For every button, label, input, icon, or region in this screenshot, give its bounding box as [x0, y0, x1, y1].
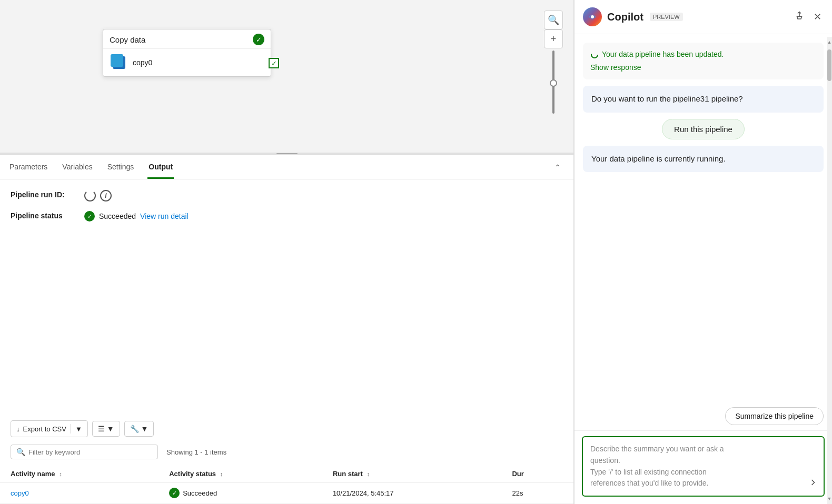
spinner-icon: [590, 51, 599, 59]
pipeline-node[interactable]: Copy data ✓ copy0: [103, 29, 271, 77]
tab-parameters[interactable]: Parameters: [8, 155, 48, 179]
copilot-logo: [583, 7, 602, 26]
scroll-up-btn[interactable]: ▲: [827, 37, 832, 47]
preview-badge: PREVIEW: [650, 13, 683, 21]
copilot-input-area: Describe the summary you want or ask a q…: [575, 430, 832, 504]
summarize-pipeline-btn[interactable]: Summarize this pipeline: [725, 407, 824, 425]
status-text: Succeeded: [99, 212, 136, 220]
table-cell-duration: 22s: [501, 482, 573, 504]
pipeline-status-row: Pipeline status ✓ Succeeded View run det…: [11, 211, 563, 221]
table-row: copy0 ✓ Succeeded 10/21/2024, 5:45:17 22…: [0, 482, 573, 504]
wrench-btn[interactable]: 🔧 ▼: [124, 421, 154, 437]
bottom-panel: Parameters Variables Settings Output ⌃ P…: [0, 155, 573, 504]
pipeline-status-label: Pipeline status: [11, 211, 74, 221]
zoom-track: [552, 51, 554, 114]
collapse-btn[interactable]: ⌃: [550, 160, 565, 175]
copy-data-icon: [111, 54, 127, 71]
pipeline-updated-text: Your data pipeline has been updated.: [602, 49, 724, 60]
summarize-area: Summarize this pipeline: [575, 403, 832, 430]
node-body: copy0: [103, 49, 271, 76]
copilot-header-actions: ✕: [793, 10, 824, 24]
table-cell-activity-status: ✓ Succeeded: [159, 482, 322, 504]
table-cell-activity-name: copy0: [0, 482, 159, 504]
view-run-detail-link[interactable]: View run detail: [140, 212, 189, 220]
col-activity-name: Activity name ↕: [0, 466, 159, 482]
tabs-bar: Parameters Variables Settings Output ⌃: [0, 155, 573, 179]
run-pipeline-suggestion-btn[interactable]: Run this pipeline: [662, 119, 745, 139]
tab-output[interactable]: Output: [147, 155, 174, 179]
send-btn[interactable]: [808, 477, 818, 490]
filter-input[interactable]: [28, 448, 152, 456]
question-text: Do you want to run the pipeline31 pipeli…: [591, 94, 743, 103]
export-csv-btn[interactable]: ↓ Export to CSV ▼: [11, 420, 88, 437]
activity-label: copy0: [133, 58, 152, 67]
wrench-icon: 🔧: [130, 425, 139, 433]
close-btn[interactable]: ✕: [811, 10, 824, 24]
copilot-title: Copilot: [607, 11, 643, 23]
col-activity-status: Activity status ↕: [159, 466, 322, 482]
row-status-icon: ✓: [169, 488, 180, 498]
filter-row: 🔍 Showing 1 - 1 items: [0, 445, 573, 466]
table-header-row: Activity name ↕ Activity status ↕ Run st…: [0, 466, 573, 482]
output-content: Pipeline run ID: i Pipeline status ✓ Suc…: [0, 179, 573, 420]
copilot-messages: Your data pipeline has been updated. Sho…: [575, 34, 832, 403]
col-run-start: Run start ↕: [322, 466, 502, 482]
svg-point-2: [591, 52, 598, 58]
canvas-area: Copy data ✓ copy0 ✓ 🔍 +: [0, 0, 573, 153]
filter-icon: ☰: [98, 425, 105, 433]
export-csv-label: Export to CSV: [23, 425, 66, 433]
filter-input-wrap: 🔍: [11, 445, 158, 459]
zoom-slider[interactable]: [552, 51, 554, 114]
scroll-down-btn[interactable]: ▼: [827, 493, 832, 504]
scroll-thumb[interactable]: [827, 49, 831, 81]
showing-items-text: Showing 1 - 1 items: [166, 448, 226, 456]
pin-btn[interactable]: [793, 10, 806, 24]
export-dropdown-icon[interactable]: ▼: [75, 425, 82, 433]
copilot-scrollbar: ▲ ▼: [827, 37, 832, 504]
status-check-icon: ✓: [84, 211, 95, 221]
zoom-in-btn[interactable]: +: [544, 29, 563, 48]
copilot-panel: Copilot PREVIEW ✕ Your data pipeline has…: [574, 0, 832, 504]
sort-icon-status[interactable]: ↕: [220, 471, 223, 477]
running-text: Your data pipeline is currently running.: [591, 154, 726, 163]
pipeline-updated-row: Your data pipeline has been updated.: [590, 49, 816, 60]
node-checkbox[interactable]: ✓: [269, 58, 279, 68]
sort-icon-run-start[interactable]: ↕: [367, 471, 370, 477]
wrench-dropdown-icon: ▼: [141, 425, 148, 433]
pipeline-status-value: ✓ Succeeded View run detail: [84, 211, 189, 221]
col-duration: Dur: [501, 466, 573, 482]
svg-point-1: [591, 15, 594, 18]
copilot-input-box[interactable]: Describe the summary you want or ask a q…: [582, 436, 825, 497]
row-status-text: Succeeded: [183, 489, 217, 497]
show-response-link[interactable]: Show response: [590, 63, 641, 72]
copilot-message-running: Your data pipeline is currently running.: [583, 146, 824, 173]
copilot-header: Copilot PREVIEW ✕: [575, 0, 832, 34]
tab-settings[interactable]: Settings: [106, 155, 135, 179]
zoom-thumb[interactable]: [550, 79, 557, 87]
pipeline-run-id-row: Pipeline run ID: i: [11, 190, 563, 201]
zoom-search-btn[interactable]: 🔍: [544, 11, 563, 29]
pipeline-run-id-label: Pipeline run ID:: [11, 190, 74, 200]
refresh-icon[interactable]: [84, 190, 96, 201]
pipeline-run-id-value: i: [84, 190, 112, 201]
copilot-logo-svg: [587, 11, 598, 23]
tab-variables[interactable]: Variables: [61, 155, 93, 179]
filter-btn[interactable]: ☰ ▼: [92, 421, 120, 437]
table-cell-run-start: 10/21/2024, 5:45:17: [322, 482, 502, 504]
download-icon: ↓: [16, 425, 20, 433]
copilot-message-updated: Your data pipeline has been updated. Sho…: [583, 43, 824, 79]
copilot-input-placeholder: Describe the summary you want or ask a q…: [590, 443, 816, 489]
info-icon[interactable]: i: [100, 190, 112, 201]
node-success-icon: ✓: [253, 34, 264, 45]
search-icon: 🔍: [16, 448, 25, 456]
sort-icon-activity[interactable]: ↕: [59, 471, 62, 477]
activity-name-link[interactable]: copy0: [11, 489, 29, 497]
node-header: Copy data ✓: [103, 29, 271, 49]
zoom-controls: 🔍 +: [544, 11, 563, 116]
toolbar-row: ↓ Export to CSV ▼ ☰ ▼ 🔧 ▼: [0, 420, 573, 445]
node-title: Copy data: [110, 35, 145, 44]
copilot-message-question: Do you want to run the pipeline31 pipeli…: [583, 86, 824, 113]
left-panel: Copy data ✓ copy0 ✓ 🔍 +: [0, 0, 574, 504]
filter-dropdown-icon: ▼: [107, 425, 114, 433]
output-table: Activity name ↕ Activity status ↕ Run st…: [0, 466, 573, 504]
